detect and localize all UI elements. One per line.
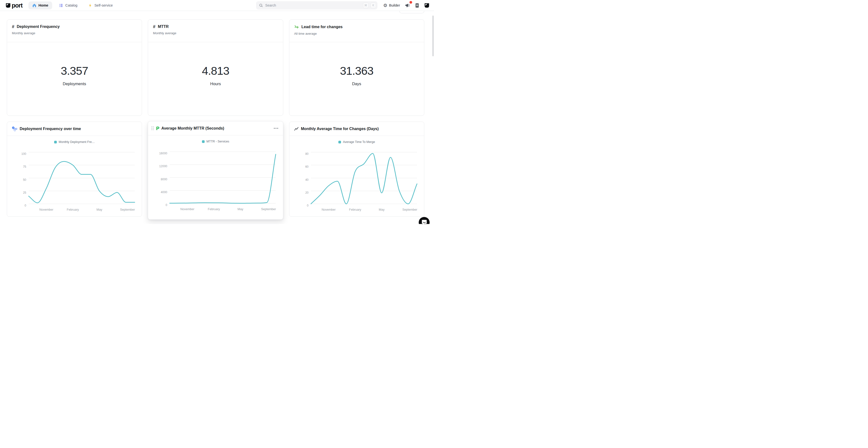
- svg-text:November: November: [321, 208, 336, 212]
- chat-bubble-icon: [422, 219, 427, 224]
- card-title: Average Monthly MTTR (Seconds): [161, 126, 224, 131]
- kpi-unit: Hours: [210, 82, 221, 86]
- svg-text:40: 40: [305, 178, 309, 182]
- svg-text:May: May: [379, 208, 384, 212]
- chart-legend[interactable]: Average Time To Merge: [289, 139, 424, 145]
- card-subtitle: Monthly average: [153, 31, 278, 35]
- pagerduty-icon: P: [156, 126, 159, 131]
- announcements-button[interactable]: [404, 2, 411, 9]
- svg-text:75: 75: [23, 165, 27, 168]
- chart-card-time-for-changes: Monthly Average Time for Changes (Days) …: [289, 122, 424, 217]
- card-subtitle: All time average: [294, 32, 419, 35]
- card-header: Deployment Frequency over time: [7, 122, 142, 136]
- megaphone-icon: [405, 3, 410, 8]
- nav-tab-catalog[interactable]: Catalog: [55, 1, 81, 9]
- svg-text:16000: 16000: [159, 152, 167, 155]
- catalog-icon: [59, 3, 63, 7]
- svg-text:September: September: [120, 208, 135, 212]
- svg-text:60: 60: [305, 165, 309, 168]
- logo-wordmark: port: [12, 2, 23, 9]
- chart-card-deployment-frequency: Deployment Frequency over time Monthly D…: [7, 122, 142, 217]
- top-bar: port Home Catalog Self-service: [0, 0, 434, 11]
- svg-text:8000: 8000: [161, 178, 167, 181]
- line-chart-deployment-frequency: 0255075100NovemberFebruaryMaySeptember: [12, 146, 137, 212]
- svg-text:February: February: [349, 208, 362, 212]
- chart-card-mttr: P Average Monthly MTTR (Seconds) MTTR - …: [148, 121, 283, 220]
- hash-icon: #: [12, 25, 14, 29]
- nav-tab-label: Home: [39, 3, 48, 7]
- chart-legend[interactable]: MTTR - Services: [148, 139, 283, 144]
- document-icon: [415, 3, 420, 8]
- time-range-button-cutoff[interactable]: [399, 11, 424, 13]
- svg-text:September: September: [261, 207, 276, 211]
- legend-swatch: [338, 141, 341, 143]
- card-title: MTTR: [158, 25, 168, 29]
- svg-text:0: 0: [25, 204, 26, 207]
- svg-text:4000: 4000: [161, 191, 167, 194]
- card-title: Lead time for changes: [302, 25, 343, 29]
- main-nav: Home Catalog Self-service: [28, 1, 117, 9]
- docs-button[interactable]: [413, 2, 421, 9]
- svg-text:September: September: [402, 208, 417, 212]
- legend-swatch: [54, 141, 57, 143]
- search-placeholder: Search: [265, 3, 361, 7]
- line-chart-time-for-changes: 020406080NovemberFebruaryMaySeptember: [294, 146, 420, 212]
- legend-label: MTTR - Services: [207, 140, 229, 143]
- kpi-value: 31.363: [340, 64, 373, 77]
- card-menu-button[interactable]: [273, 126, 279, 130]
- notification-dot: [409, 1, 412, 4]
- svg-text:February: February: [67, 208, 79, 212]
- svg-text:0: 0: [307, 204, 309, 207]
- port-account-button[interactable]: [423, 2, 430, 9]
- kpi-body: 3.357 Deployments: [7, 38, 142, 111]
- legend-swatch: [202, 140, 205, 143]
- card-subtitle: Monthly average: [12, 31, 137, 35]
- hash-icon: #: [153, 25, 155, 29]
- svg-text:May: May: [97, 208, 102, 212]
- k-key-badge: K: [371, 3, 376, 8]
- search-input[interactable]: Search ⌘ K: [256, 1, 377, 9]
- scrollbar-thumb[interactable]: [432, 15, 434, 56]
- card-header: P Average Monthly MTTR (Seconds): [148, 121, 283, 135]
- legend-label: Average Time To Merge: [343, 140, 375, 144]
- kpi-body: 4.813 Hours: [148, 38, 283, 111]
- pipeline-icon: [12, 126, 17, 131]
- gear-icon: ⚙: [383, 3, 388, 8]
- kpi-row: # Deployment Frequency Monthly average 3…: [7, 20, 424, 116]
- dashboard: # Deployment Frequency Monthly average 3…: [0, 11, 434, 220]
- svg-text:0: 0: [166, 203, 167, 207]
- svg-text:12000: 12000: [159, 164, 167, 168]
- line-chart-mttr: 0400080001200016000NovemberFebruaryMaySe…: [153, 146, 278, 212]
- kpi-unit: Deployments: [63, 82, 86, 86]
- svg-text:20: 20: [305, 191, 309, 194]
- trend-icon: [294, 127, 299, 131]
- port-logo: port: [5, 2, 23, 9]
- svg-text:November: November: [39, 208, 53, 212]
- nav-tab-self-service[interactable]: Self-service: [84, 1, 117, 9]
- chart-legend[interactable]: Monthly Deployment Fre…: [7, 139, 142, 145]
- nav-tab-label: Self-service: [94, 3, 113, 7]
- nav-tab-home[interactable]: Home: [28, 1, 52, 9]
- merge-arrow-icon: [294, 25, 299, 29]
- port-mark-icon: [424, 3, 430, 8]
- kpi-value: 4.813: [202, 64, 229, 77]
- port-mark-icon: [5, 3, 11, 8]
- cmd-key-badge: ⌘: [363, 3, 369, 8]
- svg-text:25: 25: [23, 191, 27, 194]
- card-title: Deployment Frequency over time: [20, 127, 81, 131]
- charts-row: Deployment Frequency over time Monthly D…: [7, 122, 424, 220]
- svg-text:50: 50: [23, 178, 27, 182]
- home-icon: [32, 3, 36, 7]
- nav-tab-label: Catalog: [65, 3, 78, 7]
- kpi-unit: Days: [352, 82, 362, 86]
- card-title: Monthly Average Time for Changes (Days): [301, 127, 379, 131]
- svg-text:February: February: [208, 207, 220, 211]
- drag-handle-icon[interactable]: [152, 126, 154, 130]
- kpi-card-mttr: # MTTR Monthly average 4.813 Hours: [148, 20, 283, 116]
- lightning-icon: [88, 3, 92, 7]
- kpi-value: 3.357: [61, 64, 88, 77]
- kpi-body: 31.363 Days: [289, 38, 424, 111]
- card-header: Monthly Average Time for Changes (Days): [289, 122, 424, 136]
- builder-button[interactable]: ⚙ Builder: [383, 3, 400, 8]
- svg-text:80: 80: [305, 152, 309, 156]
